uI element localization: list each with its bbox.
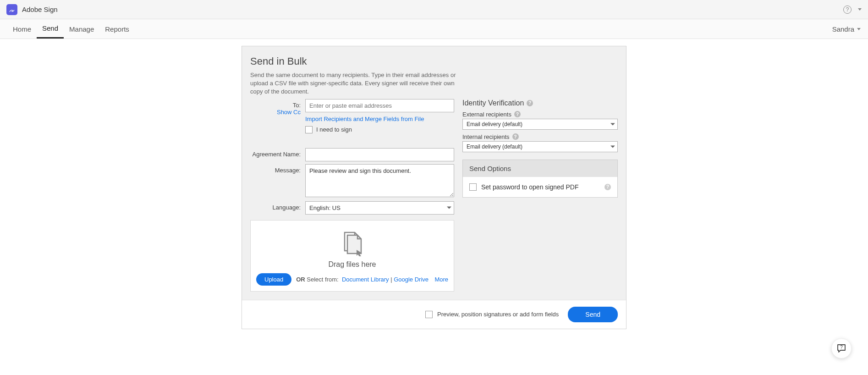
message-input[interactable]	[305, 164, 454, 197]
preview-label: Preview, position signatures or add form…	[437, 311, 559, 318]
help-icon[interactable]: ?	[843, 6, 852, 14]
document-library-link[interactable]: Document Library	[342, 276, 389, 283]
send-options-box: Send Options Set password to open signed…	[462, 160, 618, 198]
preview-checkbox[interactable]	[425, 311, 433, 318]
external-recipients-label: External recipients	[462, 111, 511, 118]
help-dropdown-caret-icon[interactable]	[858, 8, 862, 11]
identity-verification-title: Identity Verification	[462, 99, 524, 107]
page-description: Send the same document to many recipient…	[250, 71, 456, 96]
user-dropdown-caret-icon	[857, 28, 861, 30]
nav-reports[interactable]: Reports	[99, 19, 135, 39]
user-menu[interactable]: Sandra	[832, 19, 861, 39]
app-title: Adobe Sign	[22, 6, 58, 13]
nav-send[interactable]: Send	[37, 19, 64, 39]
nav-home[interactable]: Home	[7, 19, 37, 39]
need-sign-label: I need to sign	[316, 126, 352, 133]
more-link[interactable]: More	[434, 276, 448, 283]
file-dropzone[interactable]: Drag files here Upload OR Select from: D…	[250, 220, 454, 292]
svg-text:?: ?	[840, 345, 843, 350]
user-name: Sandra	[832, 25, 854, 33]
to-input[interactable]	[305, 99, 454, 112]
need-sign-checkbox[interactable]	[305, 126, 313, 133]
top-bar: Adobe Sign ?	[0, 0, 868, 19]
send-panel: Send in Bulk Send the same document to m…	[242, 46, 626, 329]
send-options-title: Send Options	[463, 160, 617, 177]
nav-bar: Home Send Manage Reports Sandra	[0, 19, 868, 39]
agreement-name-input[interactable]	[305, 148, 454, 161]
import-recipients-link[interactable]: Import Recipients and Merge Fields from …	[305, 116, 424, 122]
agreement-name-label: Agreement Name:	[250, 148, 305, 161]
drag-files-label: Drag files here	[256, 260, 448, 269]
internal-recipients-label: Internal recipients	[462, 133, 510, 140]
adobe-sign-icon	[6, 4, 17, 15]
password-label: Set password to open signed PDF	[481, 183, 578, 191]
or-label: OR	[296, 276, 305, 283]
message-label: Message:	[250, 164, 305, 199]
identity-help-icon[interactable]: ?	[527, 100, 533, 106]
language-label: Language:	[250, 201, 305, 215]
internal-recipients-select[interactable]	[462, 141, 618, 152]
files-icon	[339, 230, 366, 256]
nav-manage[interactable]: Manage	[64, 19, 99, 39]
external-recipients-select[interactable]	[462, 119, 618, 130]
google-drive-link[interactable]: Google Drive	[394, 276, 429, 283]
upload-button[interactable]: Upload	[256, 273, 291, 286]
external-help-icon[interactable]: ?	[514, 111, 521, 117]
show-cc-link[interactable]: Show Cc	[277, 107, 301, 116]
chat-help-icon: ?	[836, 343, 847, 354]
send-button[interactable]: Send	[568, 307, 618, 322]
floating-help-button[interactable]: ?	[831, 338, 852, 358]
internal-help-icon[interactable]: ?	[512, 133, 519, 140]
language-select[interactable]	[305, 201, 454, 215]
page-title: Send in Bulk	[250, 55, 618, 67]
password-help-icon[interactable]: ?	[604, 184, 611, 190]
select-from-label: Select from:	[307, 276, 338, 283]
password-checkbox[interactable]	[469, 183, 477, 191]
